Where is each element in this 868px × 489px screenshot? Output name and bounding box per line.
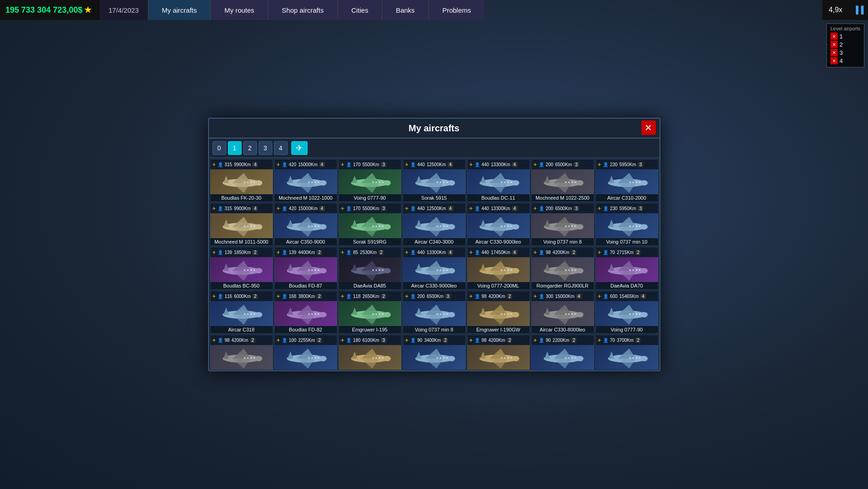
- plane-svg: [219, 213, 264, 238]
- card-image: [403, 213, 465, 238]
- svg-rect-162: [247, 269, 249, 271]
- aircraft-card[interactable]: ✈ 👤 440 12500Km 4: [403, 203, 466, 246]
- aircraft-card[interactable]: ✈ 👤 168 3800Km 2: [274, 291, 337, 334]
- passengers-value: 230: [610, 162, 618, 167]
- aircraft-card[interactable]: ✈ 👤 300 15000Km 4: [531, 291, 594, 334]
- aircraft-card[interactable]: ✈ 👤 440 13300Km 4: [467, 203, 530, 246]
- aircraft-card[interactable]: ✈ 👤 139 1850Km 2: [210, 247, 273, 290]
- svg-rect-206: [504, 269, 506, 271]
- card-image: [596, 301, 658, 326]
- aircraft-card[interactable]: ✈ 👤 315 9900Km 4: [210, 203, 273, 246]
- aircraft-card[interactable]: ✈ 👤 116 6000Km 2: [210, 291, 273, 334]
- svg-rect-362: [510, 357, 512, 359]
- plane-svg: [540, 345, 585, 370]
- plane-svg: [219, 169, 264, 194]
- aircraft-card[interactable]: ✈ 👤 420 15000Km 4: [274, 159, 337, 202]
- svg-point-193: [437, 271, 442, 274]
- aircraft-card[interactable]: ✈ 👤 315 9900Km 4: [210, 159, 273, 202]
- plane-svg: [604, 169, 650, 194]
- level-badge: 4: [448, 250, 453, 255]
- tab-3-button[interactable]: 3: [259, 141, 272, 155]
- tab-plane-button[interactable]: ✈: [291, 141, 308, 155]
- range-value: 6000Km: [234, 294, 251, 299]
- modal-body: ✈ 👤 315 9900Km 4: [209, 158, 659, 370]
- aircraft-card[interactable]: ✈ 👤 230 5950Km 3: [595, 203, 659, 246]
- svg-rect-129: [504, 225, 506, 227]
- plane-svg: [347, 345, 393, 370]
- aircraft-card[interactable]: ✈ 👤 440 12500Km 4: [403, 159, 466, 202]
- aircraft-card[interactable]: ✈ 👤 200 6500Km 3: [403, 291, 466, 334]
- aircraft-card[interactable]: ✈ 👤 98 4200Km 2: [467, 335, 530, 370]
- aircraft-card[interactable]: ✈ 👤 180 6100Km 3: [338, 335, 402, 370]
- range-value: 12500Km: [427, 206, 446, 211]
- range-value: 2255Km: [298, 338, 315, 343]
- svg-rect-118: [440, 225, 441, 227]
- svg-rect-315: [244, 357, 246, 359]
- range-value: 6500Km: [555, 162, 572, 167]
- aircraft-card[interactable]: ✈ 👤 98 4200Km 2: [210, 335, 273, 370]
- tab-2-button[interactable]: 2: [243, 141, 257, 155]
- aircraft-card[interactable]: ✈ 👤 420 15000Km 4: [274, 203, 337, 246]
- aircraft-card[interactable]: ✈ 👤 139 4400Km 2: [274, 247, 337, 290]
- svg-marker-344: [425, 349, 443, 359]
- level-badge: 3: [574, 206, 579, 211]
- aircraft-card[interactable]: ✈ 👤 98 4200Km 2: [531, 247, 594, 290]
- aircraft-name: Mochneed M 1022-1000: [275, 194, 337, 201]
- svg-rect-361: [507, 357, 509, 359]
- svg-marker-90: [288, 220, 293, 227]
- tab-4-button[interactable]: 4: [274, 141, 288, 155]
- svg-point-126: [494, 227, 501, 230]
- aircraft-card[interactable]: ✈ 👤 100 2255Km 2: [274, 335, 337, 370]
- svg-rect-229: [636, 269, 637, 271]
- plane-svg: [412, 345, 457, 370]
- plane-icon: ✈: [598, 338, 601, 343]
- aircraft-card[interactable]: ✈ 👤 200 6500Km 3: [531, 159, 594, 202]
- person-icon: 👤: [282, 338, 287, 343]
- aircraft-card[interactable]: ✈ 👤 440 13300Km 4: [403, 247, 466, 290]
- aircraft-card[interactable]: ✈ 👤 170 5500Km 3: [338, 159, 402, 202]
- svg-point-248: [308, 315, 314, 318]
- tab-1-button[interactable]: 1: [228, 141, 242, 155]
- svg-marker-212: [554, 261, 572, 271]
- svg-rect-239: [247, 313, 249, 315]
- svg-marker-266: [416, 307, 422, 315]
- plane-icon: ✈: [212, 250, 216, 255]
- plane-icon: ✈: [598, 294, 601, 299]
- aircraft-card[interactable]: ✈ 👤 170 5500Km 3: [338, 203, 402, 246]
- aircraft-card[interactable]: ✈ 👤 440 17450Km 4: [467, 247, 530, 290]
- aircraft-name: Voing 0777-90: [596, 326, 658, 333]
- aircraft-card[interactable]: ✈ 👤 200 6500Km 3: [531, 203, 594, 246]
- aircraft-card[interactable]: ✈ 👤 70 2715Km 2: [595, 247, 659, 290]
- aircraft-card[interactable]: ✈ 👤 90 3400Km 2: [403, 335, 466, 370]
- svg-point-1: [255, 180, 262, 186]
- aircraft-card[interactable]: ✈ 👤 90 2200Km 2: [531, 335, 594, 370]
- range-value: 2650Km: [362, 294, 379, 299]
- svg-rect-208: [510, 269, 512, 271]
- svg-point-12: [319, 180, 327, 186]
- svg-point-170: [301, 271, 308, 274]
- aircraft-card[interactable]: ✈ 👤 440 13300Km 4: [467, 159, 530, 202]
- svg-rect-306: [636, 313, 637, 315]
- aircraft-card[interactable]: ✈ 👤 230 5950Km 3: [595, 159, 659, 202]
- svg-point-60: [558, 183, 565, 187]
- aircraft-card[interactable]: ✈ 👤 118 2650Km 2: [338, 291, 402, 334]
- aircraft-card[interactable]: ✈ 👤 70 3700Km 2: [595, 335, 659, 370]
- level-badge: 2: [381, 294, 386, 299]
- svg-rect-74: [632, 182, 634, 183]
- aircraft-card[interactable]: ✈ 👤 98 4200Km 2: [467, 291, 530, 334]
- level-badge: 4: [448, 206, 453, 211]
- person-icon: 👤: [346, 162, 351, 167]
- card-stats: ✈ 👤 70 3700Km 2: [596, 335, 658, 345]
- card-image: [275, 301, 337, 326]
- passengers-value: 315: [225, 206, 232, 211]
- svg-rect-42: [443, 182, 445, 183]
- svg-marker-201: [489, 261, 508, 271]
- modal-title: My aircrafts: [408, 123, 459, 134]
- svg-rect-328: [314, 357, 316, 359]
- tab-0-button[interactable]: 0: [213, 141, 226, 155]
- aircraft-name: Sorak 5915: [403, 194, 465, 201]
- aircraft-card[interactable]: ✈ 👤 85 2530Km 2: [338, 247, 402, 290]
- svg-rect-260: [372, 313, 374, 315]
- modal-close-button[interactable]: ✕: [641, 120, 656, 135]
- aircraft-card[interactable]: ✈ 👤 600 15465Km 4: [595, 291, 659, 334]
